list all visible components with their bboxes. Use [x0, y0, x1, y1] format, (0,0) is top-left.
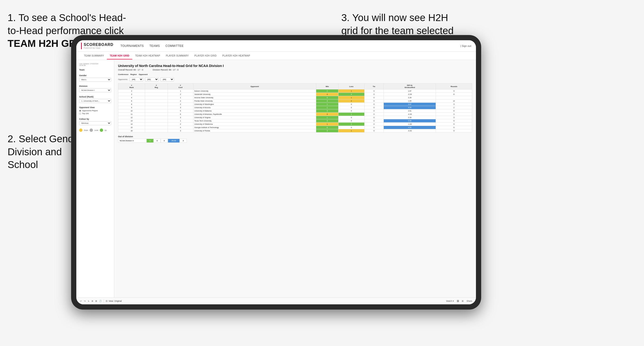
table-cell: 1	[316, 116, 338, 119]
table-cell: 0	[364, 109, 384, 113]
table-cell	[145, 109, 168, 113]
table-cell: 4	[316, 99, 338, 103]
tab-player-h2h-grid[interactable]: PLAYER H2H GRID	[192, 52, 220, 59]
out-div-name: NCAA Division II	[118, 139, 146, 143]
timestamp: Last Updated: 27/03/2024 16:55:38	[79, 63, 111, 66]
table-cell: 0	[338, 116, 364, 119]
legend-level-label: Level	[94, 130, 98, 131]
table-cell: 9	[436, 123, 472, 126]
table-cell: 1.67	[384, 89, 436, 93]
gender-section: Gender Men's	[79, 74, 111, 82]
out-div-diff: 26.00	[168, 139, 180, 143]
table-cell: University of Arkansas, Fayetteville	[193, 113, 316, 116]
out-of-division: Out of division NCAA Division II 1 0 0 2…	[118, 135, 472, 143]
table-cell: 3.67	[384, 103, 436, 106]
table-cell: 9	[436, 126, 472, 129]
table-cell: 3	[436, 116, 472, 119]
toolbar-nav-icon[interactable]: ↳	[88, 300, 90, 302]
tab-team-summary[interactable]: TEAM SUMMARY	[81, 52, 107, 59]
annotation1-line2: to-Head performance click	[8, 25, 124, 36]
table-cell: 8	[436, 109, 472, 113]
watch-button[interactable]: Watch ▾	[446, 300, 454, 302]
table-cell: 0	[364, 99, 384, 103]
table-cell: 1	[316, 103, 338, 106]
table-cell: 0	[364, 96, 384, 99]
table-cell: 1.83	[384, 99, 436, 103]
nav-committee[interactable]: COMMITTEE	[166, 43, 184, 48]
table-cell: 0	[316, 93, 338, 96]
toolbar-undo-icon[interactable]: ↩	[80, 300, 82, 302]
records-row: Overall Record: 89 - 17 - 0 Division Rec…	[118, 69, 472, 71]
table-row: 82University of Washington1003.673	[118, 103, 472, 106]
team-section: Team	[79, 69, 111, 71]
share-button[interactable]: Share	[466, 300, 472, 302]
table-cell: 5	[316, 96, 338, 99]
toolbar-icon1[interactable]: 🖼	[457, 300, 459, 302]
legend-level-dot	[90, 129, 93, 132]
division-select[interactable]: NCAA Division I	[79, 88, 111, 92]
table-cell	[145, 113, 168, 116]
legend-down-label: Down	[84, 130, 88, 131]
table-cell: 1	[168, 89, 193, 93]
school-label: School (Rank)	[79, 96, 111, 98]
opponent-select[interactable]: (All)	[160, 77, 174, 81]
nav-teams[interactable]: TEAMS	[150, 43, 160, 48]
table-cell: 9	[118, 106, 145, 109]
toolbar-copy-icon[interactable]: ⊕	[92, 300, 94, 302]
conference-select[interactable]: (All)	[130, 77, 143, 81]
sub-nav: TEAM SUMMARY TEAM H2H GRID TEAM H2H HEAT…	[76, 52, 476, 60]
table-row: 41Arizona State University5102.29	[118, 96, 472, 99]
gender-select[interactable]: Men's	[79, 78, 111, 82]
table-cell: University of Alabama	[193, 109, 316, 113]
region-label: Region	[130, 73, 137, 75]
tablet: SCOREBOARD Powered by clippi TOURNAMENTS…	[71, 35, 481, 310]
tab-player-h2h-heatmap[interactable]: PLAYER H2H HEATMAP	[220, 52, 253, 59]
toolbar-clock-icon[interactable]: 🕐	[99, 300, 102, 302]
table-cell: -4.33	[384, 113, 436, 116]
th-conf: #Conf	[168, 84, 193, 89]
table-cell: Georgia Institute of Technology	[193, 126, 316, 129]
main-content: Last Updated: 27/03/2024 16:55:38 Team G…	[76, 60, 476, 298]
view-original[interactable]: ⊡ View: Original	[106, 300, 122, 302]
table-row: 142University of Oklahoma120-1.009	[118, 123, 472, 126]
out-div-win: 1	[146, 139, 154, 143]
table-cell: 0	[338, 103, 364, 106]
colour-by-section: Colour by Win/loss	[79, 118, 111, 125]
conference-filter: Conference	[118, 73, 128, 75]
table-cell: 1	[338, 89, 364, 93]
toolbar-move-icon[interactable]: ⊞	[95, 300, 97, 302]
region-select[interactable]: (All)	[145, 77, 158, 81]
grid-title: University of North Carolina Head-to-Hea…	[118, 64, 472, 68]
table-row: 105University of Alabama3002.618	[118, 109, 472, 113]
tab-team-h2h-grid[interactable]: TEAM H2H GRID	[107, 52, 132, 59]
table-cell: Texas Tech University	[193, 119, 316, 123]
table-cell: 2	[338, 99, 364, 103]
table-row: 62Florida State University4201.8312	[118, 99, 472, 103]
opponents-filter-row: Opponents: (All) (All) (All)	[118, 77, 472, 81]
radio-top100[interactable]: Top 100	[79, 112, 111, 115]
tab-player-summary[interactable]: PLAYER SUMMARY	[163, 52, 192, 59]
toolbar-icon2[interactable]: ⊞	[462, 300, 464, 302]
table-cell	[145, 119, 168, 123]
table-cell: 12	[118, 116, 145, 119]
colour-by-select[interactable]: Win/loss	[79, 121, 111, 125]
radio-opponents-played[interactable]: Opponents Played	[79, 110, 111, 112]
nav-bar: SCOREBOARD Powered by clippi TOURNAMENTS…	[76, 40, 476, 52]
table-cell: 0	[364, 126, 384, 129]
table-cell: 2	[168, 99, 193, 103]
table-cell: Arizona State University	[193, 96, 316, 99]
nav-tournaments[interactable]: TOURNAMENTS	[121, 43, 144, 48]
table-cell: 2.61	[384, 109, 436, 113]
sign-out[interactable]: | Sign out	[460, 44, 471, 47]
table-cell: 9.00	[384, 106, 436, 109]
toolbar-redo-icon[interactable]: ↪	[84, 300, 86, 302]
tab-team-h2h-heatmap[interactable]: TEAM H2H HEATMAP	[132, 52, 163, 59]
table-body: 21Auburn University2101.67932Vanderbilt …	[118, 89, 472, 133]
table-cell: 0	[364, 103, 384, 106]
table-cell: 2	[436, 106, 472, 109]
table-cell	[145, 106, 168, 109]
table-cell: 0	[364, 113, 384, 116]
legend-up-dot	[100, 129, 103, 132]
school-select[interactable]: 1. University of Nort...	[79, 99, 111, 103]
toolbar-right: Watch ▾ 🖼 ⊞ Share	[446, 300, 472, 302]
